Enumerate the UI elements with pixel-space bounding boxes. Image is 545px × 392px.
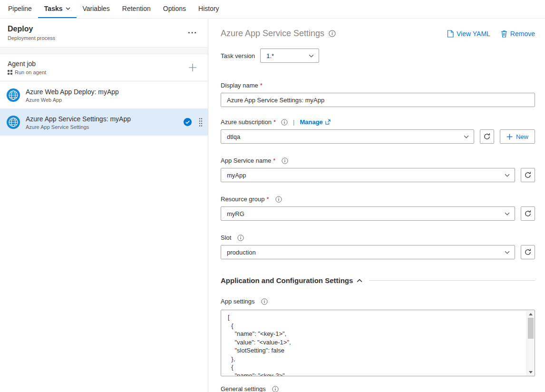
tab-options[interactable]: Options bbox=[157, 0, 192, 18]
task-version-label: Task version bbox=[221, 52, 255, 59]
azure-subscription-label: Azure subscription bbox=[221, 118, 272, 126]
refresh-subscription-button[interactable] bbox=[480, 129, 494, 144]
task-title: Azure App Service Settings: myApp bbox=[26, 115, 180, 123]
manage-subscription-link[interactable]: Manage bbox=[300, 118, 330, 126]
required-marker: * bbox=[260, 82, 263, 89]
task-version-dropdown[interactable]: 1.* bbox=[260, 49, 319, 63]
app-service-name-value: myApp bbox=[227, 172, 246, 179]
tab-retention[interactable]: Retention bbox=[116, 0, 157, 18]
refresh-app-service-button[interactable] bbox=[521, 168, 535, 182]
remove-button[interactable]: Remove bbox=[501, 30, 535, 38]
tab-history[interactable]: History bbox=[192, 0, 225, 18]
azure-subscription-value: dtlqa bbox=[227, 133, 240, 140]
info-icon[interactable] bbox=[261, 298, 268, 305]
info-icon[interactable] bbox=[237, 235, 244, 241]
external-link-icon bbox=[325, 119, 331, 125]
app-settings-label: App settings bbox=[221, 298, 255, 305]
tab-tasks[interactable]: Tasks bbox=[38, 0, 77, 18]
process-sidebar: Deploy Deployment process ··· Agent job … bbox=[0, 19, 208, 392]
task-item-azure-app-service-settings[interactable]: Azure App Service Settings: myApp Azure … bbox=[0, 108, 208, 136]
view-yaml-label: View YAML bbox=[457, 30, 490, 38]
refresh-icon bbox=[483, 133, 491, 140]
add-task-button[interactable] bbox=[185, 62, 200, 73]
refresh-icon bbox=[524, 210, 532, 217]
sidebar-divider bbox=[0, 47, 208, 54]
general-settings-label: General settings bbox=[221, 385, 266, 392]
manage-label: Manage bbox=[300, 118, 322, 126]
app-config-section-header[interactable]: Application and Configuration Settings bbox=[221, 276, 535, 284]
resource-group-dropdown[interactable]: myRG bbox=[221, 206, 515, 221]
tab-label: Tasks bbox=[44, 5, 63, 12]
process-title: Deploy bbox=[8, 24, 55, 34]
section-divider bbox=[369, 280, 535, 281]
tab-variables[interactable]: Variables bbox=[77, 0, 116, 18]
task-version-value: 1.* bbox=[266, 52, 274, 59]
selected-check-icon bbox=[184, 118, 192, 126]
yaml-file-icon bbox=[447, 30, 454, 38]
process-header[interactable]: Deploy Deployment process ··· bbox=[0, 19, 208, 47]
chevron-down-icon bbox=[464, 135, 469, 138]
drag-handle-icon[interactable] bbox=[197, 117, 204, 128]
chevron-down-icon bbox=[505, 174, 510, 177]
scroll-up-icon[interactable] bbox=[527, 311, 535, 317]
plus-icon bbox=[506, 134, 513, 140]
chevron-up-icon bbox=[357, 279, 362, 283]
pipeline-top-nav: Pipeline Tasks Variables Retention Optio… bbox=[0, 0, 545, 19]
new-label: New bbox=[516, 133, 528, 140]
azure-subscription-dropdown[interactable]: dtlqa bbox=[221, 129, 474, 144]
app-service-name-label: App Service name bbox=[221, 157, 271, 164]
info-icon[interactable] bbox=[281, 119, 288, 126]
required-marker: * bbox=[273, 157, 275, 164]
resource-group-label: Resource group bbox=[221, 196, 265, 203]
tab-label: Variables bbox=[83, 5, 110, 12]
slot-label: Slot bbox=[221, 234, 231, 241]
scroll-down-icon[interactable] bbox=[527, 369, 535, 375]
agent-job-header[interactable]: Agent job Run on agent bbox=[0, 54, 208, 81]
tab-label: Options bbox=[163, 5, 186, 12]
chevron-down-icon bbox=[309, 54, 314, 58]
chevron-down-icon bbox=[505, 251, 510, 254]
refresh-icon bbox=[524, 248, 532, 256]
agent-job-subtitle: Run on agent bbox=[15, 69, 46, 75]
task-subtitle: Azure App Service Settings bbox=[26, 124, 180, 130]
chevron-down-icon bbox=[66, 7, 70, 10]
info-icon[interactable] bbox=[272, 386, 279, 392]
app-settings-textarea[interactable]: [ { "name": "<key-1>", "value": "<value-… bbox=[221, 310, 535, 376]
slot-dropdown[interactable]: production bbox=[221, 245, 515, 259]
info-icon[interactable] bbox=[275, 196, 282, 203]
slot-value: production bbox=[227, 249, 256, 256]
refresh-slot-button[interactable] bbox=[521, 245, 535, 259]
refresh-resource-group-button[interactable] bbox=[521, 206, 535, 221]
more-options-button[interactable]: ··· bbox=[186, 29, 199, 36]
task-settings-title: Azure App Service Settings bbox=[221, 29, 324, 39]
textarea-scrollbar[interactable] bbox=[526, 311, 534, 375]
process-subtitle: Deployment process bbox=[8, 35, 55, 41]
tab-label: History bbox=[198, 5, 219, 12]
required-marker: * bbox=[267, 196, 269, 203]
task-item-azure-web-app-deploy[interactable]: Azure Web App Deploy: myApp Azure Web Ap… bbox=[0, 81, 208, 108]
info-icon[interactable] bbox=[329, 30, 336, 37]
task-settings-panel: Azure App Service Settings View YAML Rem… bbox=[209, 19, 545, 392]
azure-app-service-settings-icon bbox=[6, 115, 20, 129]
chevron-down-icon bbox=[505, 212, 510, 216]
azure-web-app-icon bbox=[6, 88, 20, 102]
tab-label: Pipeline bbox=[8, 5, 32, 12]
remove-label: Remove bbox=[510, 30, 535, 38]
section-title: Application and Configuration Settings bbox=[221, 276, 353, 284]
app-service-name-dropdown[interactable]: myApp bbox=[221, 168, 515, 182]
task-title: Azure Web App Deploy: myApp bbox=[26, 88, 204, 96]
required-marker: * bbox=[273, 118, 276, 126]
new-subscription-button[interactable]: New bbox=[500, 129, 535, 144]
view-yaml-button[interactable]: View YAML bbox=[447, 30, 490, 38]
info-icon[interactable] bbox=[282, 157, 288, 164]
display-name-input[interactable] bbox=[221, 93, 535, 107]
scrollbar-thumb[interactable] bbox=[528, 318, 534, 339]
app-settings-value[interactable]: [ { "name": "<key-1>", "value": "<value-… bbox=[221, 310, 535, 376]
tab-pipeline[interactable]: Pipeline bbox=[2, 0, 38, 18]
resource-group-value: myRG bbox=[227, 210, 244, 217]
task-subtitle: Azure Web App bbox=[26, 97, 204, 103]
agent-pool-icon bbox=[8, 70, 12, 75]
tab-label: Retention bbox=[122, 5, 151, 12]
agent-job-title: Agent job bbox=[8, 59, 46, 68]
trash-icon bbox=[501, 30, 507, 38]
